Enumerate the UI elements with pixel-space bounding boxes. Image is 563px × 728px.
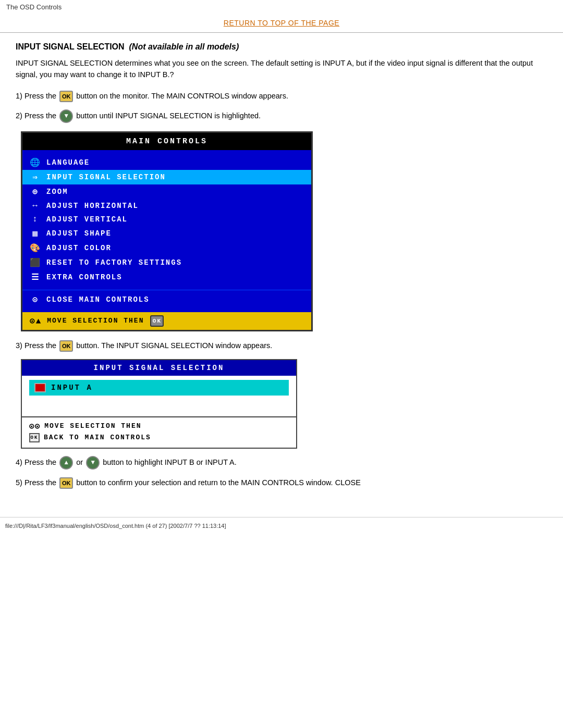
step5-text: 5) Press the [16, 478, 56, 487]
ok-button-icon-1: OK [59, 91, 73, 102]
main-controls-display: MAIN CONTROLS 🌐 LANGUAGE ⇒ INPUT SIGNAL … [21, 131, 313, 331]
osd-item-adjust-h: ↔ ADJUST HORIZONTAL [22, 199, 311, 213]
adjust-shape-icon: ▦ [30, 228, 41, 239]
osd-item-adjust-shape: ▦ ADJUST SHAPE [22, 226, 311, 241]
iss-footer-label-2: BACK TO MAIN CONTROLS [44, 434, 151, 441]
input-a-label: INPUT A [51, 384, 93, 392]
up-arrow-icon: ▲ [59, 456, 73, 470]
return-link-bar: RETURN TO TOP OF THE PAGE [0, 14, 563, 33]
adjust-color-icon: 🎨 [30, 243, 41, 253]
back-icon: OK [29, 433, 40, 442]
step1-text: 1) Press the [16, 92, 56, 100]
input-signal-display: INPUT SIGNAL SELECTION INPUT A ⊙⊙ MOVE S… [21, 359, 297, 449]
status-bar: file:///D|/Rita/LF3/lf3manual/english/OS… [0, 517, 563, 531]
intro-text: INPUT SIGNAL SELECTION determines what y… [16, 58, 547, 81]
step3-text: 3) Press the [16, 341, 56, 350]
step-2: 2) Press the ▼ button until INPUT SIGNAL… [16, 109, 547, 123]
osd-footer-label: MOVE SELECTION THEN [47, 317, 144, 325]
step-1: 1) Press the OK button on the monitor. T… [16, 90, 547, 102]
ok-button-icon-2: OK [59, 340, 73, 352]
adjust-horizontal-icon: ↔ [30, 201, 41, 211]
section-title-bold: INPUT SIGNAL SELECTION [16, 42, 125, 51]
ok-button-icon-footer: OK [150, 315, 164, 327]
input-a-icon [34, 383, 46, 392]
top-bar-title: The OSD Controls [6, 3, 62, 11]
iss-footer: ⊙⊙ MOVE SELECTION THEN OK BACK TO MAIN C… [22, 416, 296, 448]
top-bar: The OSD Controls [0, 0, 563, 14]
section-title: INPUT SIGNAL SELECTION (Not available in… [16, 42, 547, 52]
step-4: 4) Press the ▲ or ▼ button to highlight … [16, 456, 547, 470]
iss-footer-label-1: MOVE SELECTION THEN [44, 422, 141, 430]
step2-text: 2) Press the [16, 112, 56, 120]
return-to-top-link[interactable]: RETURN TO TOP OF THE PAGE [224, 19, 339, 27]
iss-title: INPUT SIGNAL SELECTION [22, 360, 296, 376]
section-title-italic: (Not available in all models) [129, 42, 239, 51]
reset-icon: ⬛ [30, 257, 41, 268]
extra-controls-icon: ☰ [30, 272, 41, 282]
ok-button-icon-3: OK [59, 477, 73, 489]
step2-suffix: button until INPUT SIGNAL SELECTION is h… [76, 112, 261, 120]
down-arrow-icon-1: ▼ [59, 109, 73, 123]
footer-move-icons: ⊙⊙ [29, 421, 40, 431]
step3-suffix: button. The INPUT SIGNAL SELECTION windo… [76, 341, 272, 350]
footer-icons: ⊙▲ [30, 316, 42, 326]
step4-text: 4) Press the [16, 458, 56, 466]
adjust-vertical-icon: ↕ [30, 215, 41, 224]
status-bar-text: file:///D|/Rita/LF3/lf3manual/english/OS… [5, 523, 226, 529]
iss-footer-row-2: OK BACK TO MAIN CONTROLS [29, 433, 289, 442]
step4-mid: or [76, 458, 83, 466]
input-signal-icon: ⇒ [30, 172, 41, 182]
osd-title: MAIN CONTROLS [22, 133, 311, 150]
iss-item-input-a: INPUT A [29, 380, 289, 396]
osd-item-adjust-color: 🎨 ADJUST COLOR [22, 241, 311, 255]
iss-body: INPUT A [22, 376, 296, 416]
step-3: 3) Press the OK button. The INPUT SIGNAL… [16, 340, 547, 352]
osd-footer: ⊙▲ MOVE SELECTION THEN OK [22, 312, 311, 330]
step4-suffix: button to highlight INPUT B or INPUT A. [103, 458, 237, 466]
iss-footer-row-1: ⊙⊙ MOVE SELECTION THEN [29, 421, 289, 431]
language-icon: 🌐 [30, 157, 41, 168]
osd-item-extra: ☰ EXTRA CONTROLS [22, 270, 311, 285]
osd-item-language: 🌐 LANGUAGE [22, 155, 311, 170]
osd-close-row: ⊙ CLOSE MAIN CONTROLS [22, 290, 311, 309]
main-content: INPUT SIGNAL SELECTION (Not available in… [0, 33, 563, 507]
osd-item-zoom: ⊕ ZOOM [22, 184, 311, 199]
step-5: 5) Press the OK button to confirm your s… [16, 477, 547, 489]
down-arrow-icon-2: ▼ [86, 456, 100, 470]
osd-item-adjust-v: ↕ ADJUST VERTICAL [22, 213, 311, 226]
step5-suffix: button to confirm your selection and ret… [76, 478, 361, 487]
iss-empty-row [29, 398, 289, 412]
step1-suffix: button on the monitor. The MAIN CONTROLS… [76, 92, 288, 100]
close-icon: ⊙ [30, 294, 41, 305]
zoom-icon: ⊕ [30, 187, 41, 197]
osd-close-label: CLOSE MAIN CONTROLS [46, 295, 150, 304]
osd-item-reset: ⬛ RESET TO FACTORY SETTINGS [22, 255, 311, 270]
osd-item-input-signal: ⇒ INPUT SIGNAL SELECTION [22, 170, 311, 184]
